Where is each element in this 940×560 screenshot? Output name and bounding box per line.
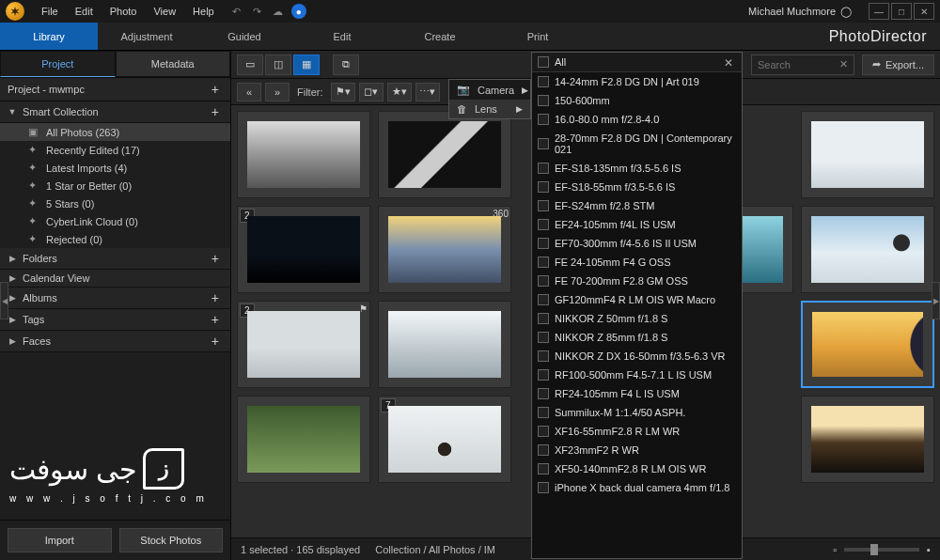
tree-albums[interactable]: ▶Albums+: [0, 288, 230, 309]
lens-filter-item[interactable]: EF24-105mm f/4L IS USM: [532, 215, 742, 234]
tab-metadata[interactable]: Metadata: [116, 51, 231, 77]
lens-filter-item[interactable]: NIKKOR Z 85mm f/1.8 S: [532, 328, 742, 347]
checkbox[interactable]: [538, 200, 549, 211]
lens-filter-item[interactable]: RF100-500mm F4.5-7.1 L IS USM: [532, 366, 742, 384]
thumbnail[interactable]: [237, 396, 370, 483]
lens-filter-item[interactable]: GF120mmF4 R LM OIS WR Macro: [532, 290, 742, 309]
add-folder[interactable]: +: [208, 251, 223, 266]
thumbnail[interactable]: [801, 206, 934, 293]
submenu-camera[interactable]: 📷 Camera ▶: [449, 80, 530, 100]
checkbox[interactable]: [538, 332, 549, 343]
lens-filter-item[interactable]: EF-S18-55mm f/3.5-5.6 IS: [532, 178, 742, 196]
thumbnail-small-icon[interactable]: ▫: [833, 544, 837, 555]
menu-file[interactable]: File: [34, 3, 66, 20]
tree-latest-imports[interactable]: ✦Latest Imports (4): [0, 159, 230, 177]
checkbox[interactable]: [538, 56, 549, 68]
tree-one-star[interactable]: ✦1 Star or Better (0): [0, 177, 230, 194]
checkbox[interactable]: [538, 95, 549, 106]
search-input[interactable]: [758, 59, 823, 70]
menu-edit[interactable]: Edit: [68, 3, 101, 20]
lens-filter-item[interactable]: Summilux-M 1:1.4/50 ASPH.: [532, 403, 742, 422]
filter-more-button[interactable]: ⋯▾: [415, 83, 440, 101]
module-adjustment[interactable]: Adjustment: [98, 23, 196, 50]
stack-back-button[interactable]: «: [237, 83, 261, 101]
thumbnail[interactable]: [378, 111, 511, 198]
thumbnail[interactable]: 7: [378, 396, 511, 483]
checkbox[interactable]: [538, 257, 549, 268]
tree-calendar[interactable]: ▶Calendar View: [0, 270, 230, 288]
window-minimize[interactable]: —: [869, 3, 889, 20]
user-account[interactable]: Michael Muchmore ◯: [748, 6, 852, 18]
tree-five-stars[interactable]: ✦5 Stars (0): [0, 194, 230, 212]
checkbox[interactable]: [538, 219, 549, 230]
module-library[interactable]: Library: [0, 23, 98, 50]
tree-recently-edited[interactable]: ✦Recently Edited (17): [0, 141, 230, 159]
window-close[interactable]: ✕: [914, 3, 934, 20]
checkbox[interactable]: [538, 350, 549, 362]
checkbox[interactable]: [538, 444, 549, 456]
redo-icon[interactable]: ↷: [250, 4, 265, 19]
lens-filter-item[interactable]: 150-600mm: [532, 91, 742, 110]
thumbnail[interactable]: [378, 301, 511, 388]
checkbox[interactable]: [538, 238, 549, 249]
checkbox[interactable]: [538, 313, 549, 324]
checkbox[interactable]: [538, 463, 549, 474]
filter-label-button[interactable]: ◻▾: [359, 83, 384, 101]
view-compare-button[interactable]: ⧉: [333, 54, 359, 75]
thumbnail[interactable]: 360: [378, 206, 511, 293]
view-grid-button[interactable]: ▦: [293, 54, 320, 75]
tab-project[interactable]: Project: [0, 51, 116, 77]
tree-smart-collection[interactable]: ▼Smart Collection +: [0, 101, 230, 123]
lens-filter-item[interactable]: EF-S24mm f/2.8 STM: [532, 196, 742, 215]
import-button[interactable]: Import: [8, 528, 112, 552]
thumbnail[interactable]: [801, 396, 934, 483]
collapse-left-panel[interactable]: ◀: [0, 282, 8, 319]
tree-faces[interactable]: ▶Faces+: [0, 331, 230, 352]
add-face[interactable]: +: [208, 334, 223, 349]
lens-filter-all[interactable]: All: [532, 53, 742, 72]
module-print[interactable]: Print: [489, 23, 587, 50]
view-single-button[interactable]: ▭: [237, 54, 263, 75]
thumbnail[interactable]: [237, 111, 370, 198]
menu-view[interactable]: View: [146, 3, 183, 20]
thumbnail[interactable]: [801, 111, 934, 198]
module-guided[interactable]: Guided: [196, 23, 293, 50]
add-project-button[interactable]: +: [208, 82, 223, 97]
search-clear-icon[interactable]: ✕: [839, 58, 848, 70]
checkbox[interactable]: [538, 388, 549, 399]
tree-all-photos[interactable]: ▣All Photos (263): [0, 123, 230, 141]
tree-folders[interactable]: ▶Folders+: [0, 248, 230, 270]
tree-rejected[interactable]: ✦Rejected (0): [0, 230, 230, 248]
lens-filter-item[interactable]: 14-24mm F2.8 DG DN | Art 019: [532, 72, 742, 91]
submenu-lens[interactable]: 🗑 Lens ▶: [449, 100, 530, 118]
checkbox[interactable]: [538, 294, 549, 305]
notification-badge[interactable]: ●: [291, 4, 306, 19]
lens-filter-item[interactable]: EF-S18-135mm f/3.5-5.6 IS: [532, 159, 742, 178]
checkbox[interactable]: [538, 482, 549, 493]
checkbox[interactable]: [538, 181, 549, 193]
tree-cloud[interactable]: ✦CyberLink Cloud (0): [0, 212, 230, 230]
add-smart-collection[interactable]: +: [208, 104, 223, 119]
checkbox[interactable]: [538, 407, 549, 418]
undo-icon[interactable]: ↶: [229, 4, 244, 19]
menu-help[interactable]: Help: [185, 3, 222, 20]
export-button[interactable]: ➦ Export...: [862, 54, 934, 75]
lens-filter-item[interactable]: EF70-300mm f/4-5.6 IS II USM: [532, 234, 742, 253]
lens-filter-item[interactable]: XF16-55mmF2.8 R LM WR: [532, 422, 742, 441]
lens-filter-item[interactable]: NIKKOR Z DX 16-50mm f/3.5-6.3 VR: [532, 347, 742, 366]
lens-filter-item[interactable]: iPhone X back dual camera 4mm f/1.8: [532, 478, 742, 497]
lens-filter-item[interactable]: 28-70mm F2.8 DG DN | Contemporary 021: [532, 129, 742, 159]
lens-filter-item[interactable]: FE 24-105mm F4 G OSS: [532, 253, 742, 272]
lens-filter-item[interactable]: RF24-105mm F4 L IS USM: [532, 384, 742, 403]
checkbox[interactable]: [538, 138, 549, 149]
search-field[interactable]: ✕: [751, 54, 854, 75]
tree-tags[interactable]: ▶Tags+: [0, 309, 230, 331]
thumbnail[interactable]: 2: [237, 206, 370, 293]
menu-photo[interactable]: Photo: [102, 3, 145, 20]
lens-filter-item[interactable]: XF23mmF2 R WR: [532, 441, 742, 459]
lens-filter-item[interactable]: XF50-140mmF2.8 R LM OIS WR: [532, 459, 742, 478]
cloud-icon[interactable]: ☁: [271, 4, 286, 19]
filter-rating-button[interactable]: ★▾: [387, 83, 412, 101]
checkbox[interactable]: [538, 275, 549, 287]
window-maximize[interactable]: □: [891, 3, 912, 20]
